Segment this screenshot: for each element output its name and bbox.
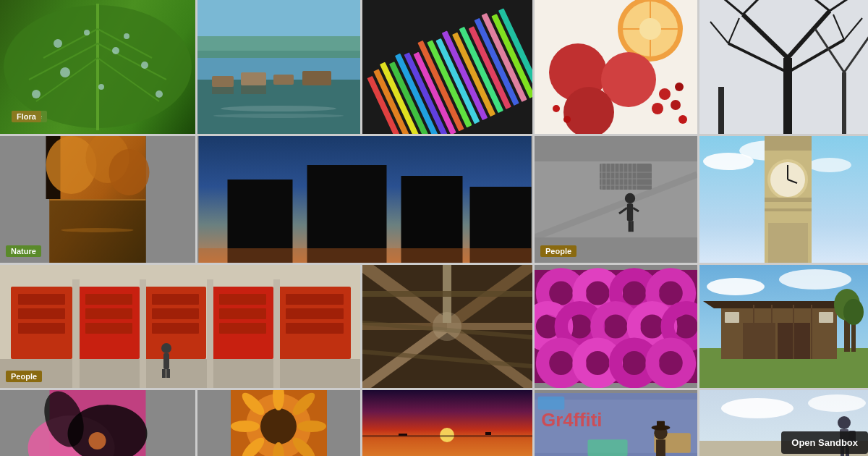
svg-rect-145 <box>0 359 360 388</box>
photo-leaf[interactable]: Nature Flora <box>0 0 195 134</box>
photo-sunflower[interactable] <box>197 390 360 456</box>
svg-point-90 <box>61 228 134 232</box>
svg-rect-168 <box>207 279 213 388</box>
svg-point-10 <box>112 47 119 54</box>
svg-point-252 <box>721 398 793 418</box>
svg-rect-213 <box>819 312 833 323</box>
svg-point-27 <box>221 106 336 111</box>
svg-rect-238 <box>399 434 407 436</box>
svg-point-255 <box>838 416 851 429</box>
tag-nature-r2: Nature <box>6 245 41 257</box>
svg-rect-246 <box>587 439 627 456</box>
photo-garage-doors[interactable]: People <box>0 265 360 388</box>
svg-point-228 <box>231 421 260 432</box>
svg-rect-159 <box>152 323 199 334</box>
photo-bare-trees[interactable] <box>699 0 868 134</box>
tag-people-r3: People <box>6 371 42 382</box>
svg-rect-93 <box>307 165 387 263</box>
svg-point-170 <box>161 343 171 353</box>
svg-rect-160 <box>219 294 266 305</box>
svg-rect-155 <box>85 308 132 319</box>
svg-rect-22 <box>241 72 266 85</box>
svg-point-14 <box>32 90 41 98</box>
photo-fruits[interactable] <box>535 0 697 134</box>
photo-barn[interactable] <box>699 265 868 388</box>
open-sandbox-button[interactable]: Open Sandbox <box>781 431 868 454</box>
svg-point-229 <box>297 421 326 432</box>
photo-autumn[interactable]: Nature <box>0 136 195 263</box>
svg-point-59 <box>652 103 663 114</box>
svg-point-113 <box>625 193 635 203</box>
svg-rect-167 <box>140 279 146 388</box>
svg-rect-171 <box>163 353 169 369</box>
svg-rect-248 <box>656 439 665 456</box>
svg-point-253 <box>808 394 866 412</box>
svg-point-12 <box>124 33 129 39</box>
svg-point-8 <box>54 39 62 48</box>
svg-point-225 <box>260 408 297 444</box>
svg-rect-244 <box>538 397 565 410</box>
svg-rect-250 <box>657 421 665 429</box>
svg-rect-239 <box>485 432 491 435</box>
svg-point-11 <box>60 67 70 77</box>
svg-rect-169 <box>273 279 280 388</box>
svg-rect-21 <box>212 76 234 87</box>
svg-rect-153 <box>18 323 65 334</box>
svg-rect-156 <box>85 323 132 334</box>
svg-rect-166 <box>72 279 80 388</box>
svg-point-63 <box>678 115 687 124</box>
photo-buildings-silhouette[interactable] <box>197 136 532 263</box>
svg-point-57 <box>659 88 671 100</box>
photo-hiker[interactable]: Open Sandbox <box>699 390 868 456</box>
tag-people-r2: People <box>540 245 576 257</box>
svg-point-201 <box>707 278 765 295</box>
svg-rect-20 <box>197 36 360 58</box>
svg-rect-151 <box>18 294 65 305</box>
photo-stairs-person[interactable]: People <box>535 136 697 263</box>
svg-rect-158 <box>152 308 199 319</box>
photo-sunset[interactable] <box>362 390 532 456</box>
svg-text:Gr4ffiti: Gr4ffiti <box>541 410 602 430</box>
svg-rect-206 <box>743 323 775 359</box>
svg-rect-141 <box>765 198 812 202</box>
svg-rect-172 <box>162 369 166 378</box>
svg-rect-25 <box>212 87 234 94</box>
svg-point-133 <box>808 158 851 172</box>
svg-rect-118 <box>631 221 634 232</box>
svg-rect-152 <box>18 308 65 319</box>
svg-rect-154 <box>85 294 132 305</box>
svg-point-221 <box>89 432 106 449</box>
svg-rect-212 <box>725 312 739 323</box>
svg-point-9 <box>84 30 90 35</box>
svg-rect-139 <box>765 136 812 151</box>
svg-rect-142 <box>765 208 812 211</box>
photo-pencils[interactable] <box>362 0 532 134</box>
svg-rect-117 <box>629 221 631 232</box>
photo-wooden-beams[interactable] <box>362 265 532 388</box>
svg-rect-164 <box>286 308 344 319</box>
tag-flora: Flora <box>12 111 41 122</box>
svg-point-61 <box>553 105 560 112</box>
svg-point-202 <box>779 269 851 290</box>
svg-point-15 <box>98 84 104 90</box>
svg-point-13 <box>141 62 148 69</box>
svg-rect-100 <box>600 164 652 190</box>
svg-point-53 <box>639 18 661 40</box>
svg-rect-89 <box>50 199 146 200</box>
svg-rect-163 <box>286 294 344 305</box>
svg-rect-161 <box>219 308 266 319</box>
photo-boats[interactable] <box>197 0 360 134</box>
svg-point-58 <box>671 100 681 110</box>
svg-rect-114 <box>627 203 633 221</box>
photo-bigben[interactable] <box>699 136 868 263</box>
photo-pink-flower[interactable] <box>0 390 195 456</box>
svg-rect-23 <box>273 75 294 85</box>
photo-pink-macro[interactable] <box>535 265 697 388</box>
svg-marker-205 <box>703 301 848 308</box>
photo-graffiti[interactable]: Gr4ffiti <box>535 390 697 456</box>
svg-point-16 <box>156 90 163 98</box>
svg-rect-165 <box>286 323 344 334</box>
photo-grid: Nature Flora <box>0 0 868 456</box>
svg-point-217 <box>843 299 864 325</box>
svg-rect-157 <box>152 294 199 305</box>
